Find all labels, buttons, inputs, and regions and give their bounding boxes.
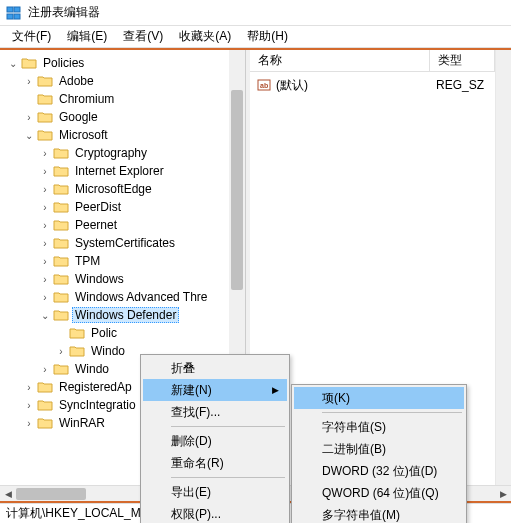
list-cell-type: REG_SZ	[436, 78, 484, 92]
chevron-down-icon[interactable]: ⌄	[6, 56, 20, 70]
folder-icon	[53, 308, 69, 322]
folder-icon	[53, 164, 69, 178]
chevron-right-icon[interactable]: ›	[38, 146, 52, 160]
scroll-right-button[interactable]: ▶	[495, 485, 511, 501]
folder-icon	[53, 272, 69, 286]
folder-icon	[37, 92, 53, 106]
chevron-right-icon[interactable]: ›	[22, 398, 36, 412]
tree-node-label: Adobe	[56, 73, 97, 89]
ctx-separator	[171, 426, 285, 427]
ctx-new-binary[interactable]: 二进制值(B)	[294, 438, 464, 460]
tree-node[interactable]: ›Cryptography	[2, 144, 245, 162]
tree-node[interactable]: ›Peernet	[2, 216, 245, 234]
ctx-new-qword[interactable]: QWORD (64 位)值(Q)	[294, 482, 464, 504]
ctx-separator	[171, 477, 285, 478]
folder-icon	[53, 200, 69, 214]
ctx-new[interactable]: 新建(N) ▶	[143, 379, 287, 401]
chevron-right-icon[interactable]: ›	[38, 272, 52, 286]
menu-help[interactable]: 帮助(H)	[239, 26, 296, 47]
tree-node[interactable]: ›Windows Advanced Thre	[2, 288, 245, 306]
ctx-permissions[interactable]: 权限(P)...	[143, 503, 287, 523]
tree-node-label: Windows	[72, 271, 127, 287]
folder-icon	[37, 416, 53, 430]
tree-node[interactable]: Polic	[2, 324, 245, 342]
ctx-export[interactable]: 导出(E)	[143, 481, 287, 503]
folder-icon	[69, 326, 85, 340]
folder-icon	[37, 110, 53, 124]
tree-node-label: MicrosoftEdge	[72, 181, 155, 197]
tree-node-label: Peernet	[72, 217, 120, 233]
column-header-type[interactable]: 类型	[430, 50, 495, 72]
menu-edit[interactable]: 编辑(E)	[59, 26, 115, 47]
ctx-new-key[interactable]: 项(K)	[294, 387, 464, 409]
list-row[interactable]: REG_SZ	[436, 76, 489, 94]
ctx-rename[interactable]: 重命名(R)	[143, 452, 287, 474]
folder-icon	[21, 56, 37, 70]
svg-rect-3	[14, 14, 20, 19]
scrollbar-thumb[interactable]	[16, 488, 86, 500]
tree-node[interactable]: ›TPM	[2, 252, 245, 270]
context-menu: 折叠 新建(N) ▶ 查找(F)... 删除(D) 重命名(R) 导出(E) 权…	[140, 354, 290, 523]
tree-node[interactable]: Chromium	[2, 90, 245, 108]
tree-node[interactable]: ⌄Windows Defender	[2, 306, 245, 324]
ctx-delete[interactable]: 删除(D)	[143, 430, 287, 452]
folder-icon	[69, 344, 85, 358]
tree-node[interactable]: ›Internet Explorer	[2, 162, 245, 180]
chevron-right-icon[interactable]: ›	[22, 110, 36, 124]
folder-icon	[53, 290, 69, 304]
chevron-right-icon[interactable]: ›	[38, 200, 52, 214]
chevron-right-icon[interactable]: ›	[38, 362, 52, 376]
string-value-icon: ab	[256, 77, 272, 93]
tree-node[interactable]: ›MicrosoftEdge	[2, 180, 245, 198]
menu-view[interactable]: 查看(V)	[115, 26, 171, 47]
folder-icon	[37, 128, 53, 142]
ctx-new-multistring[interactable]: 多字符串值(M)	[294, 504, 464, 523]
chevron-right-icon[interactable]: ›	[38, 236, 52, 250]
ctx-new-label: 新建(N)	[171, 382, 212, 399]
folder-icon	[37, 380, 53, 394]
ctx-collapse[interactable]: 折叠	[143, 357, 287, 379]
chevron-right-icon[interactable]: ›	[38, 164, 52, 178]
scrollbar-thumb[interactable]	[231, 90, 243, 290]
tree-node[interactable]: ›PeerDist	[2, 198, 245, 216]
chevron-right-icon[interactable]: ›	[38, 218, 52, 232]
ctx-new-dword[interactable]: DWORD (32 位)值(D)	[294, 460, 464, 482]
svg-rect-1	[14, 7, 20, 12]
chevron-right-icon[interactable]: ›	[22, 416, 36, 430]
tree-node-label: TPM	[72, 253, 103, 269]
ctx-find[interactable]: 查找(F)...	[143, 401, 287, 423]
tree-node[interactable]: ›Adobe	[2, 72, 245, 90]
tree-node[interactable]: ⌄Policies	[2, 54, 245, 72]
chevron-right-icon[interactable]: ›	[54, 344, 68, 358]
svg-text:ab: ab	[260, 82, 268, 89]
tree-node-label: Windows Defender	[72, 307, 179, 323]
folder-icon	[53, 218, 69, 232]
submenu-arrow-icon: ▶	[272, 385, 279, 395]
titlebar: 注册表编辑器	[0, 0, 511, 26]
chevron-down-icon[interactable]: ⌄	[22, 128, 36, 142]
folder-icon	[37, 398, 53, 412]
tree-node[interactable]: ›SystemCertificates	[2, 234, 245, 252]
menu-file[interactable]: 文件(F)	[4, 26, 59, 47]
list-row[interactable]: ab (默认)	[256, 76, 424, 94]
chevron-right-icon[interactable]: ›	[38, 290, 52, 304]
tree-node[interactable]: ›Google	[2, 108, 245, 126]
tree-node-label: PeerDist	[72, 199, 124, 215]
menubar: 文件(F) 编辑(E) 查看(V) 收藏夹(A) 帮助(H)	[0, 26, 511, 48]
tree-node-label: Google	[56, 109, 101, 125]
chevron-down-icon[interactable]: ⌄	[38, 308, 52, 322]
tree-node[interactable]: ›Windows	[2, 270, 245, 288]
tree-node-label: Cryptography	[72, 145, 150, 161]
list-cell-name: (默认)	[276, 77, 308, 94]
column-header-name[interactable]: 名称	[250, 50, 430, 72]
chevron-right-icon[interactable]: ›	[22, 74, 36, 88]
chevron-right-icon[interactable]: ›	[38, 254, 52, 268]
scroll-left-button[interactable]: ◀	[0, 485, 16, 501]
chevron-right-icon[interactable]: ›	[38, 182, 52, 196]
menu-favorites[interactable]: 收藏夹(A)	[171, 26, 239, 47]
ctx-new-string[interactable]: 字符串值(S)	[294, 416, 464, 438]
tree-node-label: SyncIntegratio	[56, 397, 139, 413]
tree-node[interactable]: ⌄Microsoft	[2, 126, 245, 144]
list-vertical-scrollbar[interactable]	[495, 50, 511, 501]
chevron-right-icon[interactable]: ›	[22, 380, 36, 394]
